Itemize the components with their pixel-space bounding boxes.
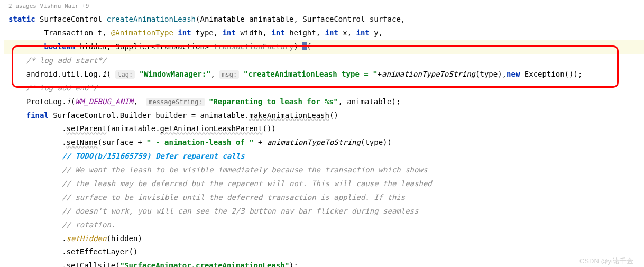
type: SurfaceControl.Builder [53,111,151,119]
method-call: i [102,70,106,78]
string-literal: "SurfaceAnimator.createAnimationLeash" [120,261,289,267]
code-editor[interactable]: 2 usages Vishnu Nair +9 static SurfaceCo… [0,0,644,267]
method-call: getAnimationLeashParent [160,124,263,133]
code-line-3[interactable]: boolean hidden, Supplier<Transaction> tr… [4,40,644,54]
code-line-6[interactable]: /* log add end*/ [4,81,644,95]
param-name: t [98,29,102,37]
arg: surface [102,138,133,146]
var-name: builder [155,111,187,119]
string-literal: "Reparenting to leash for %s" [209,97,338,106]
param-hint: tag: [115,70,135,79]
code-line-11[interactable]: // TODO(b/151665759) Defer reparent call… [4,150,644,163]
param-type: Animatable [200,15,244,23]
comment: // the leash may be deferred but the rep… [62,179,432,188]
code-line-10[interactable]: .setName(surface + " - animation-leash o… [4,136,644,150]
method-call: setName [67,138,98,146]
code-line-18[interactable]: .setEffectLayer() [4,245,644,259]
arg: animatable [347,97,391,106]
param-type: Supplier<Transaction> [115,42,209,51]
code-line-5[interactable]: android.util.Log.i( tag: "WindowManager:… [4,68,644,81]
param-type: SurfaceControl [302,15,365,23]
code-line-15[interactable]: // doesn't work, you will can see the 2/… [4,205,644,218]
method-call: setCallsite [67,261,116,267]
comment: // rotation. [62,220,115,229]
param-name: width [240,29,262,37]
arg: type [365,138,383,146]
method-call: setParent [67,124,107,133]
comment: // We want the leash to be visible immed… [62,165,427,174]
comment: // surface to be invisible until the def… [62,193,405,201]
equals: = [191,111,196,119]
brace: { [307,42,311,51]
todo-comment: // TODO(b/151665759) Defer reparent call… [62,152,245,160]
comment: /* log add start*/ [26,56,107,65]
method-call: i [67,97,71,106]
code-line-14[interactable]: // surface to be invisible until the def… [4,191,644,205]
code-line-12[interactable]: // We want the leash to be visible immed… [4,163,644,177]
method-name: createAnimationLeash [106,15,196,23]
object: animatable [200,111,245,119]
param-name: surface [370,15,401,23]
code-line-7[interactable]: ProtoLog.i(WM_DEBUG_ANIM, messageString:… [4,95,644,109]
param-name: hidden [80,42,107,51]
param-name: type [196,29,214,37]
keyword-new: new [507,70,520,78]
param-name: y [374,29,378,37]
return-type: SurfaceControl [40,15,102,23]
keyword-int: int [178,29,191,37]
caret [302,42,307,50]
object: animatable [111,124,155,133]
keyword-int: int [356,29,370,37]
param-name: transactionFactory [214,42,294,51]
arg: type [480,70,498,78]
method-call: animationTypeToString [267,138,361,146]
method-call: makeAnimationLeash [249,111,329,119]
keyword-int: int [223,29,236,37]
keyword-int: int [325,29,338,37]
keyword-int: int [271,29,284,37]
code-line-8[interactable]: final SurfaceControl.Builder builder = a… [4,109,644,123]
comment: /* log add end*/ [26,84,98,92]
qualified-name: android.util.Log. [26,70,102,78]
string-literal: "WindowManager:" [140,70,211,78]
string-literal: " - animation-leash of " [146,138,253,146]
keyword-final: final [26,111,49,119]
param-name: x [343,29,347,37]
method-call: setEffectLayer [67,247,129,256]
param-name: height [289,29,316,37]
param-hint: messageString: [146,98,204,106]
code-line-17[interactable]: .setHidden(hidden) [4,232,644,246]
operator-plus: + [378,70,382,78]
param-name: animatable [249,15,293,23]
comment: // doesn't work, you will can see the 2/… [62,207,418,215]
class-name: Exception [525,70,565,78]
param-type: Transaction [44,29,93,37]
class-name: ProtoLog [26,97,62,106]
code-line-4[interactable]: /* log add start*/ [4,54,644,68]
code-line-16[interactable]: // rotation. [4,218,644,232]
arg: hidden [111,234,138,243]
method-call: animationTypeToString [382,70,475,78]
string-literal: "createAnimationLeash type = " [244,70,378,78]
method-call: setHidden [67,234,107,243]
annotation: @AnimationType [111,29,173,37]
code-line-2[interactable]: Transaction t, @AnimationType int type, … [4,26,644,40]
code-line-9[interactable]: .setParent(animatable.getAnimationLeashP… [4,122,644,136]
code-line-19[interactable]: .setCallsite("SurfaceAnimator.createAnim… [4,259,644,267]
param-hint: msg: [219,70,239,79]
usage-hint: 2 usages Vishnu Nair +9 [4,1,644,12]
code-line-1[interactable]: static SurfaceControl createAnimationLea… [4,13,644,26]
keyword-boolean: boolean [44,42,75,51]
watermark: CSDN @yi诺千金 [579,255,633,267]
code-line-13[interactable]: // the leash may be deferred but the rep… [4,177,644,191]
constant: WM_DEBUG_ANIM [75,97,133,106]
keyword-static: static [8,15,35,23]
